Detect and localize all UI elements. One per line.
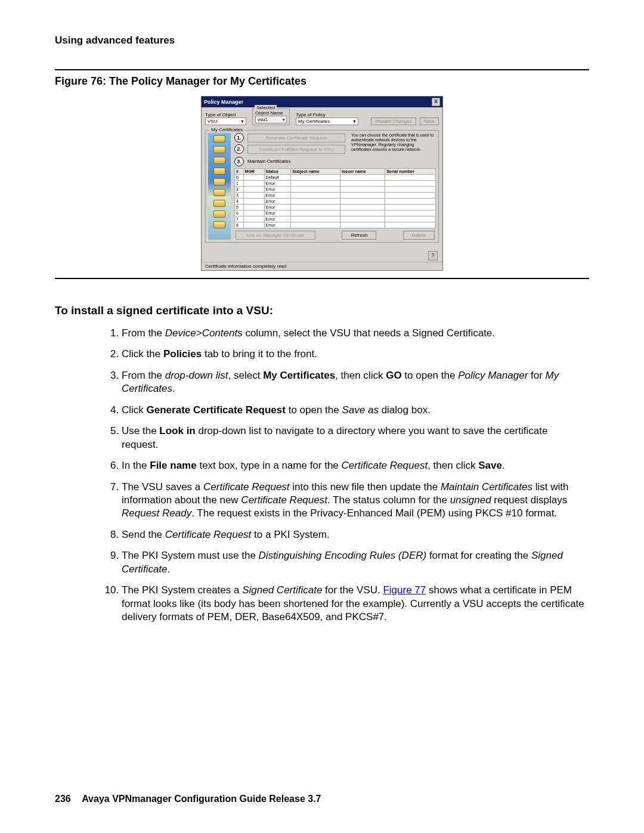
table-row[interactable]: 1Error — [235, 181, 436, 187]
list-item: Click the Policies tab to bring it to th… — [122, 348, 589, 361]
download-request-button[interactable]: Download Fulfilled Request to VSU — [247, 145, 345, 154]
list-item: From the Device>Contents column, select … — [122, 327, 589, 340]
step-3-icon: 3. — [234, 157, 244, 166]
list-item: From the drop-down list, select My Certi… — [122, 369, 589, 396]
help-text: You can choose the certificate that is u… — [351, 133, 435, 156]
maintain-certs-label: Maintain Certificates — [247, 159, 290, 164]
type-of-policy-select[interactable]: My Certificates▼ — [296, 117, 358, 125]
cert-icon — [213, 135, 225, 143]
close-icon[interactable]: X — [432, 98, 440, 106]
figure-block: Figure 76: The Policy Manager for My Cer… — [55, 69, 589, 279]
list-item: Use the Look in drop-down list to naviga… — [122, 425, 589, 451]
table-header: Status — [264, 169, 291, 175]
list-item: In the File name text box, type in a nam… — [122, 459, 589, 472]
chevron-down-icon: ▼ — [240, 119, 244, 123]
table-row[interactable]: 7Error — [235, 216, 436, 222]
cert-icon — [213, 200, 225, 207]
table-row[interactable]: 2Error — [235, 187, 436, 193]
use-as-manager-button[interactable]: Use As Manager Certificate — [236, 231, 315, 240]
selected-label: Selected — [255, 105, 277, 110]
footer-text: Avaya VPNmanager Configuration Guide Rel… — [82, 794, 321, 804]
page-header: Using advanced features — [55, 35, 589, 47]
cert-icon — [213, 189, 225, 196]
section-heading: To install a signed certificate into a V… — [55, 304, 589, 317]
window-title: Policy Manager — [204, 99, 243, 105]
cert-icon — [213, 168, 225, 175]
figure-link[interactable]: Figure 77 — [383, 584, 426, 596]
delete-button[interactable]: Delete — [403, 231, 435, 240]
steps-list: From the Device>Contents column, select … — [55, 327, 589, 624]
save-button[interactable]: Save — [420, 117, 439, 125]
page-number: 236 — [55, 794, 71, 804]
figure-caption: Figure 76: The Policy Manager for My Cer… — [55, 75, 589, 88]
cert-icon — [213, 157, 225, 164]
table-row[interactable]: 5Error — [235, 205, 436, 210]
cert-icon — [213, 178, 225, 185]
table-header: MGR — [243, 169, 264, 175]
list-item: The PKI System must use the Distinguishi… — [122, 549, 589, 576]
table-row[interactable]: 4Error — [235, 199, 436, 205]
page-footer: 236 Avaya VPNmanager Configuration Guide… — [55, 794, 321, 804]
list-item: The PKI System creates a Signed Certific… — [122, 584, 589, 624]
cert-icon — [213, 221, 225, 228]
table-header: # — [235, 169, 244, 175]
type-of-object-label: Type of Object — [205, 112, 246, 117]
type-of-policy-label: Type of Policy — [296, 112, 358, 117]
table-row[interactable]: 3Error — [235, 193, 436, 199]
table-header: Subject name — [291, 169, 340, 175]
certificates-table: #MGRStatusSubject nameIssuer nameSerial … — [234, 168, 436, 228]
step-2-icon: 2. — [234, 144, 244, 154]
table-row[interactable]: 8Error — [235, 222, 436, 228]
window-titlebar: Policy Manager X — [202, 97, 442, 107]
list-item: The VSU saves a Certificate Request into… — [122, 481, 589, 521]
generate-cert-request-button[interactable]: Generate Certificate Request — [247, 134, 345, 143]
cert-icon — [213, 210, 225, 218]
table-header: Serial number — [385, 169, 436, 175]
side-icons — [208, 133, 231, 240]
table-row[interactable]: 0Default — [235, 175, 436, 181]
status-bar: Certificate information completely read — [202, 262, 442, 270]
table-row[interactable]: 6Error — [235, 210, 436, 216]
my-certificates-group-label: My Certificates — [209, 127, 244, 132]
table-header: Issuer name — [340, 169, 385, 175]
step-1-icon: 1. — [234, 133, 244, 143]
cert-icon — [213, 146, 225, 153]
type-of-object-select[interactable]: VSU▼ — [205, 117, 246, 125]
chevron-down-icon: ▼ — [352, 119, 357, 123]
help-icon[interactable]: ? — [428, 251, 438, 261]
object-name-value: vsu1 — [258, 117, 268, 122]
type-of-object-value: VSU — [208, 119, 217, 124]
chevron-down-icon: ▾ — [283, 117, 285, 122]
discard-changes-button[interactable]: Discard Changes — [371, 117, 416, 125]
list-item: Click Generate Certificate Request to op… — [122, 404, 589, 417]
refresh-button[interactable]: Refresh — [342, 231, 376, 240]
object-name-select[interactable]: vsu1▾ — [255, 116, 287, 123]
policy-manager-window: Policy Manager X Type of Object VSU▼ Sel… — [201, 96, 443, 271]
list-item: Send the Certificate Request to a PKI Sy… — [122, 528, 589, 541]
object-name-label: Object Name — [255, 110, 287, 116]
type-of-policy-value: My Certificates — [298, 119, 330, 124]
